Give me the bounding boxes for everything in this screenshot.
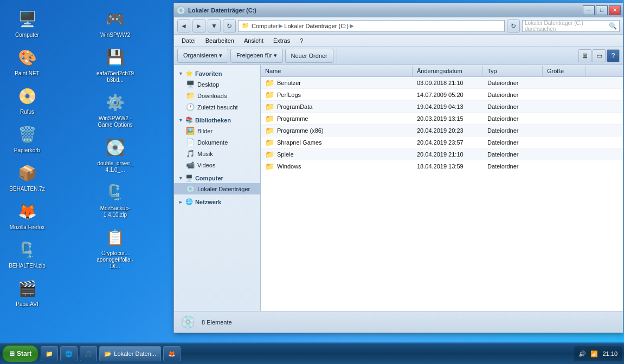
refresh-button[interactable]: ↻ [507, 20, 520, 32]
menu-extras[interactable]: Extras [269, 36, 294, 45]
table-row[interactable]: 📁 Shrapnel Games 20.04.2019 23:57 Dateio… [261, 136, 623, 148]
table-row[interactable]: 📁 Programme 20.03.2019 13:15 Dateiordner [261, 113, 623, 125]
sidebar-item-videos[interactable]: 📹 Videos [174, 159, 260, 171]
table-row[interactable]: 📁 ProgramData 19.04.2019 04:13 Dateiordn… [261, 101, 623, 113]
desktop-icon-winspww2game[interactable]: ⚙️ WinSPWW2 - Game Options [94, 89, 137, 131]
desktop-icon-rufus[interactable]: 📀 Rufus [5, 82, 49, 118]
desktop-icon-paintnet[interactable]: 🎨 Paint.NET [5, 44, 49, 80]
behaltenzip-icon: 🗜️ [16, 239, 38, 261]
behalten7z-icon: 📦 [16, 162, 38, 184]
menu-bearbeiten[interactable]: Bearbeiten [201, 36, 239, 45]
sidebar-item-bilder[interactable]: 🖼️ Bilder [174, 125, 260, 136]
sidebar-header-bibliotheken[interactable]: ▼ 📚 Bibliotheken [174, 115, 260, 125]
start-button[interactable]: ⊞ Start [2, 345, 38, 362]
desktop-icon-crypto[interactable]: 📋 Cryptocur... aponogetifolia -DI... [94, 224, 137, 272]
table-row[interactable]: 📁 Programme (x86) 20.04.2019 20:23 Datei… [261, 125, 623, 136]
zuletzt-nav-icon: 🕐 [186, 103, 195, 111]
table-row[interactable]: 📁 PerfLogs 14.07.2009 05:20 Dateiordner [261, 89, 623, 101]
address-bar[interactable]: 📁 Computer ▶ Lokaler Datenträger (C:) ▶ [238, 20, 505, 32]
sidebar-item-lokaler[interactable]: 💿 Lokaler Datenträger [174, 183, 260, 194]
file-cell-size [543, 118, 586, 120]
papierkorb-label: Papierkorb [14, 147, 40, 154]
table-row[interactable]: 📁 Benutzer 03.09.2018 21:10 Dateiordner [261, 77, 623, 89]
folder-icon: 📁 [265, 102, 274, 111]
favoriten-icon: ⭐ [185, 70, 193, 77]
doubledriver-label: double_driver_4.1.0_... [97, 160, 134, 173]
tray-time: 21:10 [602, 350, 617, 357]
computer-nav-icon: 🖥️ [185, 174, 193, 181]
column-type[interactable]: Typ [483, 66, 543, 76]
behalten7z-label: BEHALTEN.7z [9, 186, 44, 192]
taskbar-btn-media[interactable]: 🎵 [80, 346, 97, 361]
file-cell-date: 19.04.2019 04:13 [413, 102, 483, 111]
menu-ansicht[interactable]: Ansicht [240, 36, 268, 45]
start-label: Start [17, 350, 31, 358]
musik-nav-label: Musik [197, 151, 213, 157]
close-button[interactable]: ✕ [609, 5, 621, 15]
taskbar-btn-ie[interactable]: 🌐 [60, 346, 78, 361]
taskbar-btn-folder[interactable]: 📁 [41, 346, 58, 361]
file-cell-type: Dateiordner [483, 90, 543, 99]
desktop-icon-behaltenzip[interactable]: 🗜️ BEHALTEN.zip [5, 236, 49, 272]
desktop-icon-behalten7z[interactable]: 📦 BEHALTEN.7z [5, 159, 49, 195]
sidebar-header-computer[interactable]: ▼ 🖥️ Computer [174, 173, 260, 183]
sidebar-item-desktop[interactable]: 🖥️ Desktop [174, 79, 260, 90]
taskbar-btn-firefox[interactable]: 🦊 [163, 346, 181, 361]
file-cell-date: 14.07.2009 05:20 [413, 90, 483, 99]
sidebar-item-zuletzt[interactable]: 🕐 Zuletzt besucht [174, 101, 260, 113]
toolbar-separator [337, 49, 337, 62]
sidebar-item-dokumente[interactable]: 📄 Dokumente [174, 136, 260, 148]
search-bar[interactable]: Lokaler Datenträger (C:) durchsuchen 🔍 [522, 20, 620, 32]
sidebar-section-bibliotheken: ▼ 📚 Bibliotheken 🖼️ Bilder 📄 Dokumente 🎵 [174, 115, 260, 171]
sidebar-item-musik[interactable]: 🎵 Musik [174, 148, 260, 159]
taskbar: ⊞ Start 📁 🌐 🎵 📂 Lokaler Daten... 🦊 🔊 📶 2… [0, 342, 624, 364]
file-cell-type: Dateiordner [483, 114, 543, 123]
organize-button[interactable]: Organisieren ▾ [177, 49, 228, 63]
address-folder-icon: 📁 [242, 22, 249, 29]
column-size[interactable]: Größe [543, 66, 586, 76]
file-cell-type: Dateiordner [483, 102, 543, 111]
desktop-icon-mozbackup[interactable]: 🗜️ MozBackup-1.4.10.zip [94, 179, 137, 221]
menu-bar: Datei Bearbeiten Ansicht Extras ? [174, 35, 623, 47]
desktop-icon-papierkorb[interactable]: 🗑️ Papierkorb [5, 121, 49, 157]
toolbar: Organisieren ▾ Freigeben für ▾ Neuer Ord… [174, 47, 623, 65]
breadcrumb-part-laufwerk: Lokaler Datenträger (C:) [284, 23, 349, 29]
crypto-icon: 📋 [105, 226, 126, 248]
sidebar-item-downloads[interactable]: 📁 Downloads [174, 90, 260, 101]
help-button[interactable]: ? [607, 49, 620, 62]
share-button[interactable]: Freigeben für ▾ [230, 49, 282, 63]
table-row[interactable]: 📁 Windows 18.04.2019 13:59 Dateiordner [261, 160, 623, 172]
desktop-nav-label: Desktop [197, 81, 219, 88]
view-buttons: ⊞ ▭ ? [578, 49, 620, 62]
recent-button[interactable]: ↻ [223, 20, 236, 32]
desktop-icon-winspww2[interactable]: 🎮 WinSPWW2 [94, 5, 137, 41]
table-row[interactable]: 📁 Spiele 20.04.2019 21:10 Dateiordner [261, 148, 623, 160]
back-button[interactable]: ◄ [177, 20, 190, 32]
dropdown-button[interactable]: ▼ [208, 20, 221, 32]
file-cell-size [543, 165, 586, 167]
desktop-icon-doubledriver[interactable]: 💽 double_driver_4.1.0_... [94, 134, 137, 176]
desktop-icon-computer[interactable]: 🖥️ Computer [5, 5, 49, 41]
file-cell-date: 18.04.2019 13:59 [413, 162, 483, 171]
column-name[interactable]: Name [261, 66, 413, 76]
sidebar-section-netzwerk: ► 🌐 Netzwerk [174, 197, 260, 207]
view-toggle-button[interactable]: ⊞ [578, 49, 591, 62]
file-cell-type: Dateiordner [483, 126, 543, 135]
minimize-button[interactable]: ─ [583, 5, 595, 15]
taskbar-btn-explorer[interactable]: 📂 Lokaler Daten... [99, 346, 161, 361]
new-folder-button[interactable]: Neuer Ordner [285, 49, 333, 63]
column-date[interactable]: Änderungsdatum [413, 66, 483, 76]
forward-button[interactable]: ► [192, 20, 205, 32]
taskbar-folder-icon: 📁 [46, 350, 53, 358]
sidebar-header-netzwerk[interactable]: ► 🌐 Netzwerk [174, 197, 260, 207]
preview-button[interactable]: ▭ [593, 49, 606, 62]
desktop-icon-firefox[interactable]: 🦊 Mozilla Firefox [5, 198, 49, 233]
desktop-icon-eafa75[interactable]: 💾 eafa75ed2cb79b3bd... [94, 44, 137, 86]
menu-help[interactable]: ? [295, 36, 307, 45]
desktop-icon-papaavi[interactable]: 🎬 Papa.AVI [5, 275, 49, 310]
sidebar-header-favoriten[interactable]: ▼ ⭐ Favoriten [174, 68, 260, 79]
file-cell-name: 📁 Windows [261, 161, 413, 172]
taskbar-firefox-icon: 🦊 [168, 350, 176, 358]
menu-datei[interactable]: Datei [177, 36, 200, 45]
maximize-button[interactable]: □ [596, 5, 608, 15]
